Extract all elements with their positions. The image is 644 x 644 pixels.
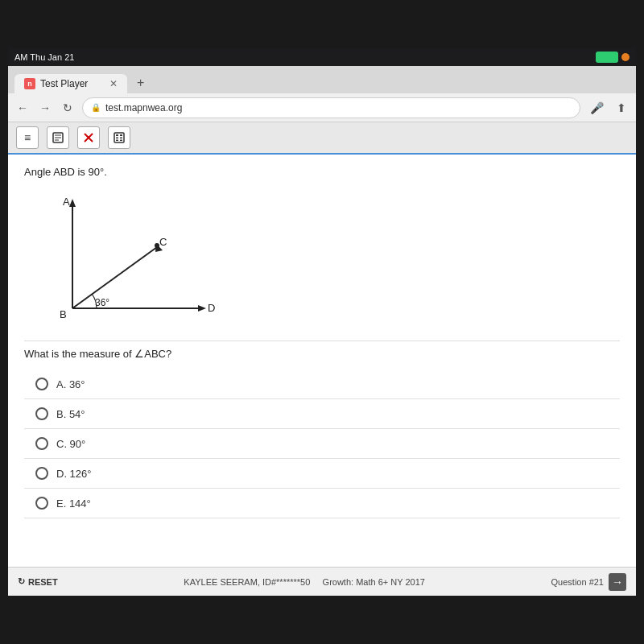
test-toolbar: ≡ (8, 122, 636, 155)
browser-window: n Test Player ✕ + ← → ↻ 🔒 test.mapnwea.o… (8, 66, 636, 596)
radio-d[interactable] (35, 467, 48, 480)
answer-options: A. 36° B. 54° C. 90° D. 126° E. 144° (24, 369, 620, 518)
footer-bar: ↻ RESET KAYLEE SEERAM, ID#*******50 Grow… (8, 567, 636, 596)
radio-b[interactable] (35, 407, 48, 420)
main-content: Angle ABD is 90°. A D B (8, 155, 636, 567)
reset-label: RESET (28, 577, 58, 587)
address-bar: ← → ↻ 🔒 test.mapnwea.org 🎤 ⬆ (8, 93, 636, 122)
svg-marker-17 (198, 305, 206, 312)
reload-button[interactable]: ↻ (60, 100, 76, 116)
tab-close-button[interactable]: ✕ (109, 78, 118, 89)
reset-icon: ↻ (18, 576, 25, 587)
option-d[interactable]: D. 126° (24, 459, 620, 489)
svg-text:C: C (159, 236, 167, 248)
option-a-label: A. 36° (56, 378, 85, 390)
svg-rect-8 (120, 134, 122, 136)
option-e[interactable]: E. 144° (24, 489, 620, 518)
share-icon[interactable]: ⬆ (613, 101, 630, 114)
svg-rect-9 (116, 138, 118, 139)
tab-favicon: n (24, 78, 35, 89)
svg-rect-10 (120, 138, 122, 139)
footer-student-info: KAYLEE SEERAM, ID#*******50 Growth: Math… (61, 577, 548, 587)
reset-button[interactable]: ↻ RESET (18, 576, 58, 587)
url-box[interactable]: 🔒 test.mapnwea.org (82, 97, 580, 118)
svg-rect-6 (114, 133, 124, 142)
svg-rect-7 (116, 134, 118, 136)
forward-button[interactable]: → (37, 100, 53, 116)
svg-text:36°: 36° (95, 297, 109, 308)
microphone-icon[interactable]: 🎤 (587, 101, 607, 114)
radio-a[interactable] (35, 378, 48, 390)
orange-indicator (621, 53, 630, 61)
os-bar: AM Thu Jan 21 (8, 48, 636, 66)
option-c-label: C. 90° (56, 438, 85, 450)
test-name: Growth: Math 6+ NY 2017 (323, 577, 425, 587)
student-name: KAYLEE SEERAM, ID#*******50 (184, 577, 310, 587)
battery-icon (596, 52, 618, 63)
option-b-label: B. 54° (56, 408, 85, 420)
option-d-label: D. 126° (56, 468, 92, 480)
active-tab[interactable]: n Test Player ✕ (14, 74, 127, 93)
option-e-label: E. 144° (56, 497, 91, 510)
back-button[interactable]: ← (14, 100, 31, 116)
tab-bar: n Test Player ✕ + (8, 66, 636, 93)
url-text: test.mapnwea.org (105, 102, 182, 114)
lock-icon: 🔒 (91, 103, 101, 112)
tool-calculator-button[interactable] (108, 126, 130, 149)
svg-text:A: A (63, 196, 70, 208)
svg-rect-12 (120, 140, 122, 142)
angle-diagram: A D B C (24, 188, 250, 332)
premise-text: Angle ABD is 90°. (24, 166, 620, 178)
question-ask: What is the measure of ∠ABC? (24, 341, 620, 360)
tool-cross-button[interactable] (77, 126, 100, 149)
radio-e[interactable] (35, 497, 48, 510)
os-time: AM Thu Jan 21 (14, 52, 74, 62)
footer-right: Question #21 → (551, 573, 626, 591)
question-number: 21 (594, 577, 604, 587)
tool-hamburger-button[interactable]: ≡ (16, 126, 39, 149)
option-b[interactable]: B. 54° (24, 399, 620, 429)
new-tab-button[interactable]: + (130, 72, 151, 93)
question-ask-text: What is the measure of ∠ABC? (24, 348, 171, 360)
tab-title: Test Player (40, 78, 88, 89)
radio-c[interactable] (35, 437, 48, 450)
tool-notes-button[interactable] (47, 126, 69, 149)
svg-text:B: B (60, 308, 67, 320)
svg-rect-11 (116, 140, 118, 142)
option-a[interactable]: A. 36° (24, 369, 620, 399)
option-c[interactable]: C. 90° (24, 429, 620, 459)
question-label: Question #21 (551, 577, 604, 587)
svg-text:D: D (208, 302, 215, 314)
svg-marker-14 (69, 199, 76, 207)
next-button[interactable]: → (609, 573, 626, 591)
svg-line-20 (72, 247, 157, 308)
